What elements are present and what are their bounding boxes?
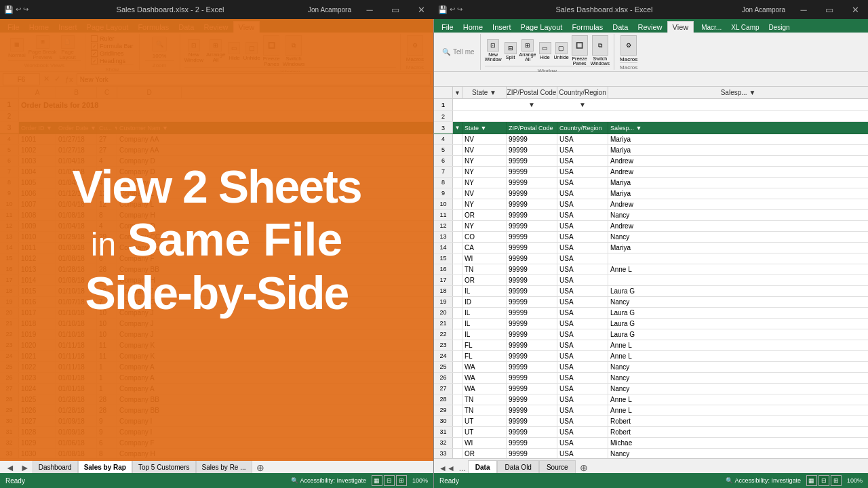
tab-home-right[interactable]: Home [458,22,488,33]
right-pagebreak-icon[interactable]: ⊞ [831,475,842,486]
new-window-btn-right[interactable]: ⊡ NewWindow [485,39,502,62]
right-cell-state: FL [462,340,507,350]
right-cell-sales: Mariya [608,188,868,199]
title-row: 1 Order Details for 2018 [0,99,433,111]
right-cell-filt [453,427,462,437]
freeze-icon: 🔲 [263,35,279,56]
tab-pagelayout-right[interactable]: Page Layout [516,22,568,33]
right-cell-country: USA [557,351,608,361]
hide-btn-right[interactable]: ▭ Hide [539,42,551,60]
right-data-row: 17 OR 99999 USA [434,275,868,286]
formula-bar-check[interactable]: ✓Formula Bar [91,43,134,49]
zoom-btn[interactable]: 🔍 [152,37,167,52]
hide-btn[interactable]: ▭ Hide [228,42,240,61]
freeze-panes-btn[interactable]: 🔲 FreezePanes [263,35,280,67]
tab-data-right[interactable]: Data [608,22,633,33]
tab-sales-by-reg[interactable]: Sales by Re ... [196,460,252,473]
tab-top5[interactable]: Top 5 Customers [132,460,196,473]
right-cell-country: USA [557,264,608,274]
sheet-scroll-left[interactable]: ◄ [3,462,18,473]
macros-btn-wrap[interactable]: ⚙ Macros [406,35,424,62]
tab-home-left[interactable]: Home [24,22,54,33]
tab-file-left[interactable]: File [3,22,24,33]
freeze-btn-right[interactable]: 🔲 FreezePanes [572,35,588,66]
cell-order-id: 1028 [19,427,56,437]
add-sheet-right[interactable]: ⊕ [576,462,592,473]
tab-macro-xl[interactable]: Macr... [696,22,726,33]
tab-design[interactable]: Design [764,22,795,33]
name-box-left[interactable]: F6 [3,73,40,85]
formula-input-left[interactable]: New York [77,73,431,85]
right-window-controls[interactable]: ─ ▭ ✕ [791,0,868,19]
tab-sales-by-rap[interactable]: Sales by Rap [78,460,132,473]
page-break-btn[interactable]: ⊞ Page BreakPreview [28,35,57,60]
unhide-btn[interactable]: ▢ Unhide [243,42,260,61]
unhide-btn-right[interactable]: ▢ Unhide [554,42,569,60]
pagebreak-view-icon[interactable]: ⊞ [396,475,407,486]
close-btn-left[interactable]: ✕ [408,0,434,19]
gridlines-check[interactable]: ✓Gridlines [91,50,134,57]
cell-date: 01/03/18 [56,243,97,253]
left-window-controls[interactable]: ─ ▭ ✕ [357,0,434,19]
tab-file-right[interactable]: File [437,22,458,33]
right-cell-filt [453,275,462,285]
tab-pagelayout-left[interactable]: Page Layout [82,22,134,33]
switch-btn-right[interactable]: ⧉ SwitchWindows [591,35,610,66]
right-ready-status: Ready [439,477,459,485]
ruler-check[interactable]: Ruler [91,35,134,42]
row-num: 29 [0,405,19,415]
tab-insert-right[interactable]: Insert [488,22,516,33]
zoom-group: 🔍 100% Zoom [140,34,180,70]
layout-view-icon[interactable]: ⊟ [384,475,395,486]
right-cell-filt [453,156,462,166]
page-layout-btn[interactable]: 📄 PageLayout [60,35,76,60]
tab-view-left[interactable]: View [233,21,260,33]
col-header-state: State ▼ [462,87,507,98]
tab-data-old[interactable]: Data Old [497,460,538,473]
right-layout-icon[interactable]: ⊟ [818,475,829,486]
tab-dashboard-left[interactable]: Dashboard [33,460,78,473]
tab-formulas-right[interactable]: Formulas [567,22,608,33]
hide-label: Hide [229,55,239,61]
tab-review-left[interactable]: Review [199,22,233,33]
cell-date: 01/10/18 [56,329,97,340]
switch-label: SwitchWindows [283,56,304,67]
arrange-all-btn[interactable]: ⊞ ArrangeAll [206,39,225,63]
tab-insert-left[interactable]: Insert [54,22,82,33]
new-window-icon: ⊡ [188,39,200,52]
right-cell-country: USA [557,297,608,307]
right-sheet-scroll-dots[interactable]: ... [457,464,468,473]
tab-source[interactable]: Source [539,460,576,473]
cell-order-id: 1014 [19,275,56,285]
split-btn-right[interactable]: ⊟ Split [505,42,517,60]
tab-xlcamp[interactable]: XL Camp [726,22,764,33]
headings-check[interactable]: ✓Headings [91,58,134,64]
switch-windows-btn[interactable]: ⧉ SwitchWindows [283,35,304,67]
tab-formulas-left[interactable]: Formulas [133,22,174,33]
tab-review-right[interactable]: Review [633,22,667,33]
tab-data-left[interactable]: Data [174,22,199,33]
normal-view-btn[interactable]: ▦ Normal [8,38,26,58]
left-spreadsheet: A B C D 1 Order Details for 2018 2 [0,87,433,458]
tell-me-text[interactable]: Tell me [453,48,475,56]
macros-btn-right[interactable]: ⚙ Macros [620,35,637,62]
restore-btn-right[interactable]: ▭ [816,0,842,19]
right-sheet-scroll-left[interactable]: ◄◄ [437,464,457,473]
new-window-btn[interactable]: ⊡ NewWindow [184,39,203,63]
minimize-btn-left[interactable]: ─ [357,0,382,19]
right-normal-icon[interactable]: ▦ [806,475,817,486]
tab-data-right-tab[interactable]: Data [468,460,498,473]
right-row-num: 6 [434,156,453,166]
minimize-btn-right[interactable]: ─ [791,0,816,19]
cell-cust-id: 4 [97,221,117,231]
close-btn-right[interactable]: ✕ [842,0,868,19]
restore-btn-left[interactable]: ▭ [382,0,408,19]
add-sheet-left[interactable]: ⊕ [252,462,269,473]
arrange-btn-right[interactable]: ⊞ ArrangeAll [519,39,536,62]
row-num: 27 [0,384,19,394]
sheet-scroll-right[interactable]: ► [18,462,33,473]
tab-view-right[interactable]: View [667,21,694,33]
right-cell-country: USA [557,416,608,426]
macros-btn[interactable]: ⚙ Macros [406,35,424,62]
normal-view-icon[interactable]: ▦ [372,475,382,486]
